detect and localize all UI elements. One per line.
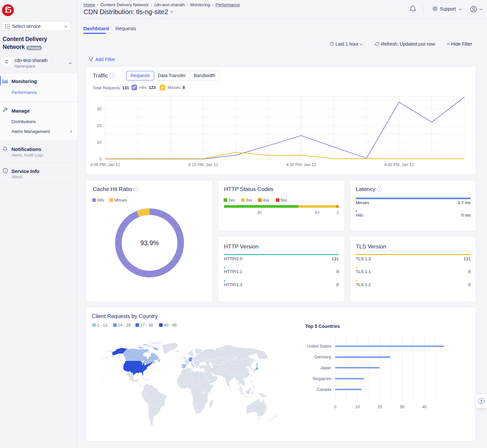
svg-text:4:00 PM, Jan 12: 4:00 PM, Jan 12	[90, 162, 120, 167]
svg-text:10: 10	[355, 405, 360, 409]
svg-text:Canada: Canada	[317, 387, 331, 392]
svg-text:93.9%: 93.9%	[140, 239, 159, 246]
svg-text:10: 10	[97, 140, 102, 145]
svg-text:30: 30	[400, 405, 404, 409]
svg-text:United States: United States	[307, 344, 331, 349]
svg-text:Singapore: Singapore	[313, 376, 331, 381]
svg-text:Japan: Japan	[320, 366, 331, 370]
svg-text:20: 20	[377, 405, 382, 409]
svg-text:0: 0	[99, 157, 102, 161]
svg-text:20: 20	[97, 123, 102, 128]
svg-text:40: 40	[422, 405, 427, 409]
svg-text:4:30 PM, Jan 12: 4:30 PM, Jan 12	[286, 162, 316, 167]
svg-text:0: 0	[334, 405, 336, 409]
svg-text:Germany: Germany	[315, 355, 332, 359]
svg-text:4:15 PM, Jan 12: 4:15 PM, Jan 12	[188, 162, 218, 167]
svg-text:4:45 PM, Jan 12: 4:45 PM, Jan 12	[384, 162, 414, 167]
svg-text:30: 30	[97, 106, 102, 111]
